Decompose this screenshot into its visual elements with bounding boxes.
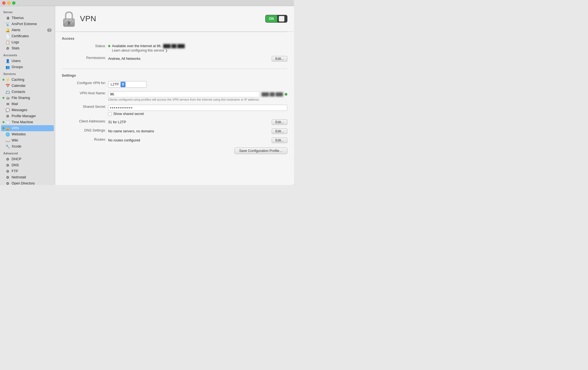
edit-dns-button[interactable]: Edit... [272, 128, 287, 134]
maximize-button[interactable] [12, 1, 15, 5]
show-secret-checkbox[interactable] [108, 112, 112, 116]
sidebar-item-opendirectory[interactable]: ⚙ Open Directory [1, 180, 54, 185]
dns-settings-value: No name servers, no domains [108, 129, 154, 133]
active-dot [2, 127, 4, 129]
sidebar-item-wiki[interactable]: 📖 Wiki [1, 137, 54, 143]
vpn-host-label: VPN Host Name: [62, 90, 106, 95]
sidebar-item-dhcp[interactable]: ⚙ DHCP [1, 156, 54, 162]
messages-icon: 💬 [6, 108, 10, 112]
sidebar-item-websites[interactable]: 🌐 Websites [1, 131, 54, 137]
dns-icon: ⚙ [6, 163, 10, 167]
timemachine-icon: 🕐 [6, 120, 10, 124]
configure-vpn-row: Configure VPN for: L2TP [62, 80, 287, 88]
vpn-lock-icon [62, 10, 76, 27]
learn-link[interactable]: Learn about configuring this service ❯ [112, 49, 287, 52]
minimize-button[interactable] [7, 1, 10, 5]
access-section: Access Status: Available over the Intern… [55, 32, 294, 69]
routes-label: Routes: [62, 137, 106, 141]
sidebar-item-ftp[interactable]: ⚙ FTP [1, 168, 54, 174]
shared-secret-label: Shared Secret: [62, 104, 106, 109]
settings-section-title: Settings [62, 73, 287, 77]
client-addresses-row: Client Addresses: 31 for L2TP Edit... [62, 119, 287, 125]
sidebar-item-users[interactable]: 👤 Users [1, 58, 54, 64]
status-field-row: Status: Available over the Internet at 9… [62, 43, 287, 52]
sidebar-item-messages[interactable]: 💬 Messages [1, 107, 54, 113]
edit-permissions-button[interactable]: Edit... [272, 56, 287, 61]
titlebar [0, 0, 294, 6]
status-ip-blurred: ███ ██ ███ [163, 44, 185, 48]
vpn-host-row: VPN Host Name: ███ ██ ███ Clients config… [62, 90, 287, 101]
logs-icon: 📋 [6, 40, 10, 44]
stats-icon: ⚙ [6, 46, 10, 50]
websites-icon: 🌐 [6, 132, 10, 136]
sidebar-item-contacts[interactable]: 📇 Contacts [1, 89, 54, 95]
sidebar-item-caching[interactable]: ⚡ Caching [1, 77, 54, 83]
sidebar-item-certificates[interactable]: 📄 Certificates [1, 33, 54, 39]
access-section-title: Access [62, 36, 287, 41]
toggle-track [277, 15, 285, 22]
netinstall-icon: ⚙ [6, 175, 10, 179]
sidebar-section-advanced: Advanced [0, 149, 55, 156]
status-text: Available over the Internet at 96. [112, 44, 162, 48]
sidebar-item-groups[interactable]: 👥 Groups [1, 64, 54, 70]
status-row: Available over the Internet at 96.███ ██… [108, 44, 287, 48]
toggle-on-label: ON [266, 15, 277, 22]
user-icon: 👤 [6, 59, 10, 63]
sidebar-item-arsport[interactable]: 📡 ArsPort Extreme [1, 21, 54, 27]
sidebar-item-stats[interactable]: ⚙ Stats [1, 45, 54, 51]
ftp-icon: ⚙ [6, 169, 10, 173]
learn-link-arrow: ❯ [165, 49, 168, 52]
sidebar-item-netinstall[interactable]: ⚙ NetInstall [1, 174, 54, 180]
dns-settings-row: DNS Settings: No name servers, no domain… [62, 128, 287, 134]
show-secret-label: Show shared secret [113, 112, 144, 116]
active-dot [2, 79, 4, 81]
routes-value: No routes configured [108, 138, 140, 142]
arrow-up-icon [122, 83, 124, 84]
edit-client-button[interactable]: Edit... [272, 119, 287, 125]
svg-rect-4 [68, 23, 70, 25]
vpn-toggle[interactable]: ON [265, 15, 287, 23]
settings-section: Settings Configure VPN for: L2TP [55, 69, 294, 159]
sidebar-item-calendar[interactable]: 📅 Calendar [1, 83, 54, 89]
vpn-host-input[interactable] [108, 91, 260, 97]
sidebar-item-dns[interactable]: ⚙ DNS [1, 162, 54, 168]
routes-val-row: No routes configured Edit... [108, 137, 287, 143]
status-label: Status: [62, 43, 106, 48]
status-value: Available over the Internet at 96.███ ██… [108, 43, 287, 52]
configure-select[interactable]: L2TP [108, 81, 147, 88]
contacts-icon: 📇 [6, 90, 10, 94]
sidebar-item-xcode[interactable]: 🔧 Xcode [1, 143, 54, 149]
bell-icon: 🔔 [6, 28, 10, 32]
main-content: Server 🖥 Tiberius 📡 ArsPort Extreme 🔔 Al… [0, 6, 294, 185]
active-dot [2, 97, 4, 99]
alerts-badge: 1 [47, 28, 52, 32]
app-window: Server 🖥 Tiberius 📡 ArsPort Extreme 🔔 Al… [0, 0, 294, 185]
sidebar-item-profilemanager[interactable]: ⚙ Profile Manager [1, 113, 54, 119]
vpn-icon: 🔒 [6, 126, 10, 130]
sidebar-item-filesharing[interactable]: 🗂 File Sharing [1, 95, 54, 101]
sidebar-item-tiberius[interactable]: 🖥 Tiberius [1, 15, 54, 21]
caching-icon: ⚡ [6, 77, 10, 82]
wiki-icon: 📖 [6, 138, 10, 143]
page-title: VPN [80, 14, 96, 23]
sidebar-item-logs[interactable]: 📋 Logs [1, 39, 54, 45]
sidebar-section-server: Server [0, 8, 55, 15]
shared-secret-input[interactable] [108, 105, 287, 111]
configure-label: Configure VPN for: [62, 80, 106, 85]
save-profile-row: Save Configuration Profile… [62, 148, 287, 154]
vpn-host-hint: Clients configured using profiles will a… [108, 98, 287, 101]
sidebar-item-mail[interactable]: ✉ Mail [1, 101, 54, 107]
sidebar-item-vpn[interactable]: 🔒 VPN [1, 125, 54, 131]
permissions-value: Andrew, All Networks [108, 57, 140, 61]
arrow-down-icon [122, 85, 124, 86]
sidebar-section-accounts: Accounts [0, 51, 55, 58]
close-button[interactable] [2, 1, 6, 5]
edit-routes-button[interactable]: Edit... [272, 138, 287, 143]
panel-header: VPN ON [55, 6, 294, 32]
save-configuration-profile-button[interactable]: Save Configuration Profile… [234, 148, 287, 154]
select-chevron [121, 82, 125, 87]
status-online-dot [108, 45, 110, 47]
sidebar-item-timemachine[interactable]: 🕐 Time Machine [1, 119, 54, 125]
routes-row: Routes: No routes configured Edit... [62, 137, 287, 143]
sidebar-item-alerts[interactable]: 🔔 Alerts 1 [1, 27, 54, 33]
